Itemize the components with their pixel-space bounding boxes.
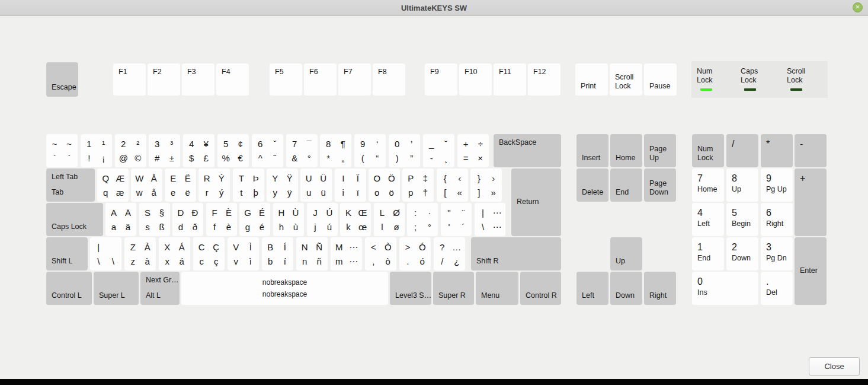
key-home[interactable]: Home <box>610 134 642 167</box>
key-f7[interactable]: F7 <box>338 63 371 96</box>
key-arrow-right[interactable]: Right <box>644 272 676 305</box>
key-tab[interactable]: Left TabTab <box>46 168 95 202</box>
key-arrow-up[interactable]: Up <box>610 237 642 271</box>
key-kp-divide[interactable]: / <box>726 134 758 167</box>
key-shift-l[interactable]: Shift L <box>46 237 88 271</box>
key-apostrophe[interactable]: "¨'´ <box>441 203 472 236</box>
key-kp-num-lock[interactable]: NumLock <box>692 134 724 167</box>
key-kp-2[interactable]: 2Down <box>726 237 758 271</box>
key-escape[interactable]: Escape <box>46 62 78 97</box>
key-equal[interactable]: +÷=× <box>457 134 489 167</box>
key-kp-enter[interactable]: Enter <box>795 237 827 305</box>
key-v[interactable]: VÌvì <box>228 237 259 271</box>
key-return[interactable]: Return <box>511 168 561 236</box>
key-3[interactable]: 3³#± <box>149 134 180 167</box>
key-o[interactable]: OÖoö <box>369 168 400 202</box>
key-h[interactable]: HÙhù <box>273 203 304 236</box>
key-alt-l[interactable]: Next Gr…Alt L <box>140 272 180 305</box>
key-a[interactable]: AÄaä <box>105 203 136 236</box>
key-kp-0[interactable]: 0Ins <box>692 272 758 305</box>
key-kp-3[interactable]: 3Pg Dn <box>761 237 793 271</box>
key-kp-6[interactable]: 6Right <box>761 203 793 236</box>
key-0[interactable]: 0’)” <box>389 134 420 167</box>
key-u[interactable]: UÜuü <box>300 168 332 202</box>
key-end[interactable]: End <box>610 168 642 202</box>
key-t[interactable]: TÞtþ <box>233 168 264 202</box>
key-caps-lock[interactable]: Caps Lock <box>46 203 103 236</box>
key-period[interactable]: >Ó.ó <box>399 237 431 271</box>
key-backspace[interactable]: BackSpace <box>494 134 561 167</box>
key-grave[interactable]: ~~`` <box>46 134 78 167</box>
key-f4[interactable]: F4 <box>216 63 249 96</box>
key-arrow-left[interactable]: Left <box>576 272 608 305</box>
key-kp-5[interactable]: 5Begin <box>726 203 758 236</box>
key-kp-4[interactable]: 4Left <box>692 203 724 236</box>
key-b[interactable]: BÍbí <box>262 237 293 271</box>
key-g[interactable]: GÉgé <box>239 203 270 236</box>
key-5[interactable]: 5¢%€ <box>217 134 249 167</box>
key-f11[interactable]: F11 <box>494 63 526 96</box>
key-level3-shift[interactable]: Level3 S… <box>390 272 431 305</box>
key-m[interactable]: M⋯m⋯ <box>331 237 362 271</box>
key-scroll-lock[interactable]: ScrollLock <box>610 63 642 96</box>
key-kp-9[interactable]: 9Pg Up <box>761 168 793 202</box>
key-page-up[interactable]: PageUp <box>644 134 676 167</box>
key-k[interactable]: KŒkœ <box>340 203 371 236</box>
key-4[interactable]: 4¥$£ <box>183 134 214 167</box>
key-kp-multiply[interactable]: * <box>761 134 793 167</box>
key-bracket-left[interactable]: {‹[« <box>437 168 468 202</box>
key-f2[interactable]: F2 <box>148 63 180 96</box>
key-z[interactable]: ZÀzà <box>124 237 156 271</box>
key-f3[interactable]: F3 <box>182 63 214 96</box>
key-shift-r[interactable]: Shift R <box>471 237 561 271</box>
key-print[interactable]: Print <box>575 63 608 96</box>
key-arrow-down[interactable]: Down <box>610 272 642 305</box>
key-f10[interactable]: F10 <box>459 63 492 96</box>
key-2[interactable]: 2²@© <box>115 134 146 167</box>
key-7[interactable]: 7¯&° <box>286 134 318 167</box>
key-6[interactable]: 6ˇ^ˆ <box>252 134 283 167</box>
key-r[interactable]: RÝrý <box>198 168 230 202</box>
key-f12[interactable]: F12 <box>528 63 560 96</box>
key-w[interactable]: WÅwå <box>131 168 162 202</box>
key-semicolon[interactable]: :·;° <box>407 203 438 236</box>
key-kp-7[interactable]: 7Home <box>692 168 724 202</box>
key-p[interactable]: P‡p† <box>402 168 434 202</box>
key-control-r[interactable]: Control R <box>520 272 561 305</box>
key-kp-decimal[interactable]: .Del <box>761 272 793 305</box>
key-8[interactable]: 8¶*„ <box>320 134 351 167</box>
key-super-r[interactable]: Super R <box>433 272 474 305</box>
key-e[interactable]: EËeë <box>165 168 196 202</box>
close-button[interactable]: Close <box>809 357 860 376</box>
key-f5[interactable]: F5 <box>270 63 302 96</box>
key-9[interactable]: 9‘(“ <box>354 134 386 167</box>
key-menu[interactable]: Menu <box>476 272 518 305</box>
key-s[interactable]: S§sß <box>139 203 170 236</box>
key-backslash[interactable]: |⋯\⋯ <box>475 203 505 236</box>
key-kp-subtract[interactable]: - <box>795 134 827 167</box>
key-super-l[interactable]: Super L <box>94 272 139 305</box>
key-1[interactable]: 1¹!¡ <box>81 134 112 167</box>
key-minus[interactable]: _˘-¸ <box>423 134 454 167</box>
key-bracket-right[interactable]: }›]» <box>470 168 502 202</box>
key-delete[interactable]: Delete <box>576 168 608 202</box>
key-j[interactable]: JÚjú <box>307 203 338 236</box>
key-d[interactable]: DÐdð <box>172 203 203 236</box>
key-q[interactable]: QÆqæ <box>97 168 129 202</box>
key-f[interactable]: FÈfè <box>206 203 237 236</box>
key-c[interactable]: CÇcç <box>193 237 225 271</box>
key-y[interactable]: YŸyÿ <box>267 168 298 202</box>
key-insert[interactable]: Insert <box>576 134 608 167</box>
key-l[interactable]: LØlø <box>374 203 405 236</box>
key-control-l[interactable]: Control L <box>46 272 92 305</box>
key-slash[interactable]: ?…/¿ <box>434 237 465 271</box>
key-n[interactable]: NÑnñ <box>296 237 328 271</box>
key-f1[interactable]: F1 <box>113 63 146 96</box>
key-f8[interactable]: F8 <box>373 63 405 96</box>
key-kp-1[interactable]: 1End <box>692 237 724 271</box>
key-x[interactable]: XÁxá <box>159 237 190 271</box>
key-i[interactable]: IÏiï <box>335 168 366 202</box>
key-page-down[interactable]: PageDown <box>644 168 676 202</box>
key-kp-8[interactable]: 8Up <box>726 168 758 202</box>
key-f9[interactable]: F9 <box>425 63 457 96</box>
